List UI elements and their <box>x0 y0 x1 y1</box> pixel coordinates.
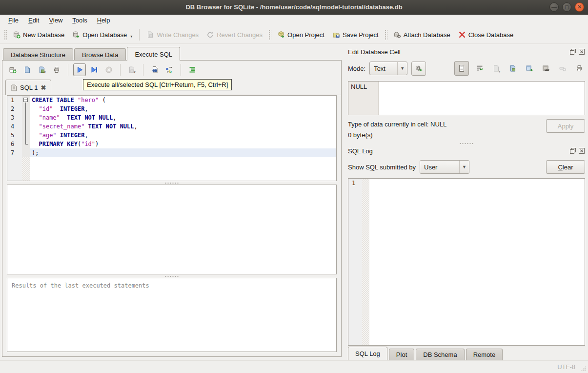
save-project-icon <box>332 31 340 39</box>
revert-changes-button[interactable]: Revert Changes <box>203 28 266 41</box>
close-database-label: Close Database <box>468 31 514 39</box>
close-tab-icon[interactable]: ✖ <box>41 84 46 91</box>
open-database-icon <box>72 31 80 39</box>
open-project-icon <box>277 31 285 39</box>
export-icon[interactable] <box>524 62 535 74</box>
stop-icon[interactable] <box>102 63 115 76</box>
toolbar-drag-handle[interactable] <box>4 29 7 40</box>
code-line[interactable]: 5 "age" INTEGER, <box>7 131 336 140</box>
resize-grip-icon[interactable] <box>580 365 587 372</box>
close-database-button[interactable]: Close Database <box>454 28 518 41</box>
dock-splitter[interactable] <box>348 142 585 145</box>
results-message[interactable]: Results of the last executed statements <box>7 278 337 352</box>
save-sql-file-icon[interactable]: ▾ <box>36 63 48 76</box>
revert-changes-label: Revert Changes <box>217 31 263 39</box>
menu-edit[interactable]: Edit <box>24 16 43 25</box>
clear-button[interactable]: Clear <box>546 160 585 174</box>
toolbar-drag-handle[interactable] <box>268 29 271 40</box>
save-results-icon[interactable]: ▾ <box>125 63 138 76</box>
new-tab-icon[interactable] <box>6 63 19 76</box>
find-icon[interactable] <box>148 63 161 76</box>
edit-cell-title: Edit Database Cell <box>348 48 568 56</box>
close-panel-icon[interactable] <box>578 147 585 154</box>
revert-changes-icon <box>206 31 214 39</box>
sql-doc-tab[interactable]: SQL 1 ✖ <box>5 80 51 95</box>
results-message-splitter[interactable] <box>2 274 341 278</box>
menu-file[interactable]: File <box>4 16 23 25</box>
sql-document-icon <box>11 84 17 91</box>
cell-type-info: Type of data currently in cell: NULL <box>348 119 546 130</box>
submitted-by-select[interactable]: User ▼ <box>420 160 469 174</box>
toolbar-drag-handle[interactable] <box>385 29 387 40</box>
float-panel-icon[interactable] <box>569 48 576 55</box>
apply-button[interactable]: Apply <box>546 119 585 133</box>
left-pane: Database Structure Browse Data Execute S… <box>0 44 344 360</box>
attach-database-button[interactable]: Attach Database <box>389 28 454 41</box>
mode-select[interactable]: Text ▼ <box>369 62 407 75</box>
tab-plot[interactable]: Plot <box>389 349 414 360</box>
set-null-icon[interactable] <box>557 62 568 74</box>
execute-line-icon[interactable] <box>88 63 101 76</box>
link-icon[interactable] <box>540 62 552 74</box>
save-project-button[interactable]: Save Project <box>328 28 383 41</box>
code-line[interactable]: 2 "id" INTEGER, <box>7 104 336 113</box>
tab-remote[interactable]: Remote <box>466 349 503 360</box>
float-panel-icon[interactable] <box>569 147 576 154</box>
new-database-button[interactable]: New Database <box>9 28 68 41</box>
open-project-button[interactable]: Open Project <box>273 28 328 41</box>
save-sql-dropdown-icon[interactable]: ▾ <box>44 70 46 74</box>
mode-label: Mode: <box>348 65 365 72</box>
tab-database-structure[interactable]: Database Structure <box>3 48 73 61</box>
code-line[interactable]: 6 PRIMARY KEY("id") <box>7 140 336 148</box>
svg-text:b: b <box>169 69 172 74</box>
execute-all-icon[interactable] <box>73 63 86 76</box>
chevron-down-icon: ▼ <box>459 161 469 173</box>
tab-execute-sql[interactable]: Execute SQL <box>127 47 180 61</box>
close-panel-icon[interactable] <box>578 48 585 55</box>
svg-text:a: a <box>166 66 168 71</box>
cell-null-label: NULL <box>348 82 379 115</box>
format-sql-icon[interactable] <box>186 63 199 76</box>
code-line[interactable]: 3 "name" TEXT NOT NULL, <box>7 113 336 122</box>
main-area: Database Structure Browse Data Execute S… <box>0 44 588 360</box>
fold-marker-icon[interactable] <box>23 98 28 102</box>
cell-icon-bar: ▾ <box>454 61 585 76</box>
text-mode-icon[interactable] <box>454 61 469 76</box>
sql-log-header: SQL Log <box>348 145 585 157</box>
main-tabs: Database Structure Browse Data Execute S… <box>2 47 344 61</box>
minimize-icon[interactable]: — <box>549 2 559 12</box>
close-icon[interactable]: ✕ <box>575 2 584 12</box>
tab-sql-log[interactable]: SQL Log <box>348 347 387 360</box>
sql-editor[interactable]: 1CREATE TABLE "hero" (2 "id" INTEGER,3 "… <box>7 95 337 181</box>
tab-db-schema[interactable]: DB Schema <box>416 349 464 360</box>
editor-results-splitter[interactable] <box>2 181 341 185</box>
menu-view[interactable]: View <box>44 16 67 25</box>
sql-log-editor[interactable]: 1 <box>348 178 585 346</box>
menu-tools[interactable]: Tools <box>68 16 91 25</box>
open-sql-file-icon[interactable] <box>21 63 34 76</box>
cell-mode-row: Mode: Text ▼ ▾ <box>348 60 585 77</box>
print-cell-icon[interactable] <box>573 62 585 74</box>
app-window: { "window": { "title": "DB Browser for S… <box>0 0 588 373</box>
write-changes-button[interactable]: Write Changes <box>142 28 203 41</box>
cell-value-editor[interactable]: NULL <box>348 81 585 115</box>
code-line[interactable]: 7); <box>7 148 336 157</box>
word-wrap-icon[interactable] <box>474 62 486 74</box>
maximize-icon[interactable]: ◻ <box>562 2 571 12</box>
tab-browse-data[interactable]: Browse Data <box>74 48 126 61</box>
save-as-icon[interactable] <box>507 62 519 74</box>
sql-toolbar-separator <box>68 64 68 76</box>
menu-help[interactable]: Help <box>93 16 115 25</box>
sql-toolbar-separator <box>120 64 121 76</box>
print-icon[interactable] <box>50 63 63 76</box>
code-line[interactable]: 1CREATE TABLE "hero" ( <box>7 96 336 104</box>
apply-gear-icon[interactable] <box>411 62 426 76</box>
bottom-tabs: SQL Log Plot DB Schema Remote <box>348 346 585 360</box>
results-grid[interactable] <box>7 185 337 274</box>
open-file-icon[interactable]: ▾ <box>490 62 502 74</box>
code-line[interactable]: 4 "secret_name" TEXT NOT NULL, <box>7 122 336 131</box>
open-database-button[interactable]: Open Database ▾ <box>68 28 136 41</box>
cell-value-area[interactable] <box>379 82 585 115</box>
find-replace-icon[interactable]: ab <box>163 63 176 76</box>
open-database-dropdown-icon[interactable]: ▾ <box>130 34 132 39</box>
